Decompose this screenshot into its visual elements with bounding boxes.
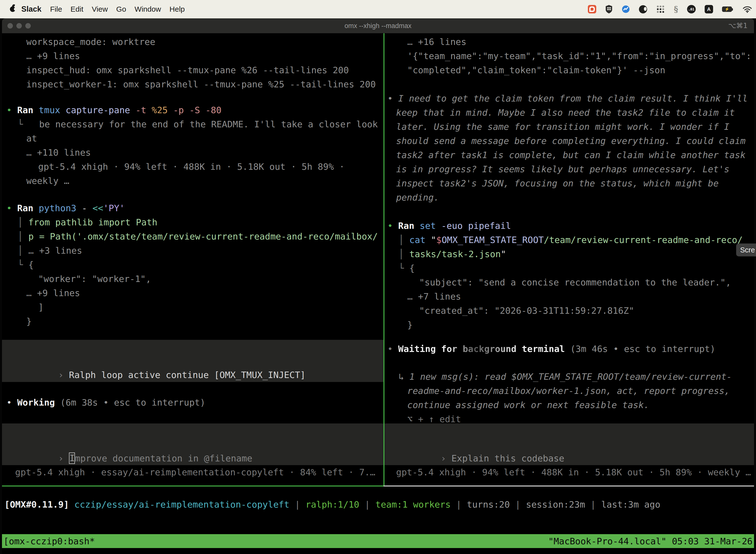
terminal-line: └ be necessary for the end of the README… — [4, 117, 383, 131]
section-squiggle-icon[interactable]: § — [674, 4, 678, 14]
terminal-line: pending. — [385, 190, 754, 205]
menu-item-window[interactable]: Window — [130, 5, 166, 13]
terminal-line: inspect_worker-1: omx sparkshell --tmux-… — [4, 77, 383, 91]
ralph-loop-banner: › Ralph loop active continue [OMX_TMUX_I… — [2, 340, 383, 382]
window-titlebar[interactable]: omx --xhigh --madmax ⌥⌘1 — [2, 18, 754, 33]
ralph-loop-text: Ralph loop active continue [OMX_TMUX_INJ… — [69, 370, 306, 380]
right-mailbox-message: ↳ 1 new msg(s): read $OMX_TEAM_STATE_ROO… — [385, 370, 754, 426]
terminal-line: continue assigned work or next feasible … — [385, 398, 754, 412]
terminal-line: '{"team_name":"my-team","task_id":"1","f… — [385, 49, 754, 63]
apple-menu-icon[interactable] — [10, 6, 15, 12]
terminal-line: } — [4, 314, 383, 328]
terminal-line: │ p = Path('.omx/state/team/review-curre… — [4, 229, 383, 243]
menu-item-help[interactable]: Help — [165, 5, 189, 13]
terminal-line: workspace_mode: worktree — [4, 35, 383, 49]
terminal-line: … +9 lines — [4, 49, 383, 63]
screen-tooltip: Scre — [736, 243, 756, 257]
terminal-line: "created_at": "2026-03-31T11:59:27.816Z" — [385, 303, 754, 318]
terminal-line: └ { — [4, 258, 383, 272]
terminal-line: "subject": "send a concise recommendatio… — [385, 275, 754, 289]
terminal-line: • Ran python3 - <<'PY' — [4, 201, 383, 215]
chevron-icon: › — [58, 370, 69, 380]
left-output-intro: workspace_mode: worktree… +9 linesinspec… — [4, 35, 383, 91]
tmux-session-label: [omx-cczip0:bash* — [3, 536, 95, 546]
terminal-line: │ cat "$OMX_TEAM_STATE_ROOT/team/review-… — [385, 233, 754, 247]
terminal-line: is in progress? It seems likely but perh… — [385, 162, 754, 176]
menu-status-icons: § ..61 A ⚡ — [588, 0, 752, 18]
terminal-line: later. Using the same for transition mig… — [385, 120, 754, 134]
menu-bar: Slack File Edit View Go Window Help § ..… — [0, 0, 756, 18]
right-output-intro: … +16 lines'{"team_name":"my-team","task… — [385, 35, 754, 77]
terminal-line: ] — [4, 300, 383, 314]
right-thinking-block: • I need to get the claim token from the… — [385, 91, 754, 205]
terminal-line: gpt-5.4 xhigh · 94% left · 488K in · 5.1… — [4, 160, 383, 174]
count-badge-icon[interactable]: ..61 — [687, 5, 696, 13]
prompt-placeholder: Explain this codebase — [451, 453, 564, 463]
terminal-line: inspect_hud: omx sparkshell --tmux-pane … — [4, 63, 383, 77]
left-model-status: gpt-5.4 xhigh · essay/ai-reimplementatio… — [4, 465, 383, 479]
terminal-line: weekly … — [4, 174, 383, 188]
text-cursor[interactable]: I — [69, 452, 75, 464]
contrast-circle-icon[interactable] — [639, 5, 647, 13]
menu-item-edit[interactable]: Edit — [66, 5, 87, 13]
prompt-placeholder: mprove documentation in @filename — [75, 453, 252, 463]
terminal-line: • I need to get the claim token from the… — [385, 91, 754, 106]
terminal-line: "worker": "worker-1", — [4, 272, 383, 286]
terminal-line: … +9 lines — [4, 286, 383, 300]
right-model-status: gpt-5.4 xhigh · 94% left · 488K in · 5.1… — [385, 465, 754, 479]
terminal-line: readme-and-reco/mailbox/worker-1.json, a… — [385, 384, 754, 398]
right-waiting-status: • Waiting for background terminal (3m 46… — [385, 342, 754, 356]
window-shortcut-hint: ⌥⌘1 — [728, 18, 748, 33]
terminal-line: "completed","claim_token":"claim-token"}… — [385, 63, 754, 77]
prompt-chevron-icon: › — [58, 453, 69, 463]
terminal-line: keep that in mind. Maybe I also need the… — [385, 106, 754, 120]
window-title: omx --xhigh --madmax — [2, 18, 754, 33]
left-ran-tmux-block: • Ran tmux capture-pane -t %25 -p -S -80… — [4, 103, 383, 188]
terminal-line: } — [385, 318, 754, 332]
terminal-line: … +7 lines — [385, 289, 754, 303]
terminal-line: inspect task2's JSON, focusing on the st… — [385, 176, 754, 190]
terminal-line: • Waiting for background terminal (3m 46… — [385, 342, 754, 356]
terminal-line: │ … +3 lines — [4, 243, 383, 258]
tmux-pane-right[interactable]: … +16 lines'{"team_name":"my-team","task… — [384, 33, 754, 486]
keyboard-input-icon[interactable]: A — [705, 5, 713, 13]
pane-divider[interactable] — [383, 33, 384, 486]
terminal-line: should send a message before completing … — [385, 134, 754, 148]
terminal-line: task2 after task1 is complete, but can I… — [385, 148, 754, 162]
terminal-window: omx --xhigh --madmax ⌥⌘1 workspace_mode:… — [2, 18, 754, 554]
left-prompt-input[interactable]: › Improve documentation in @filename — [2, 424, 383, 465]
terminal-line: [OMX#0.11.9] cczip/essay/ai-reimplementa… — [2, 497, 754, 511]
flutter-badge-icon[interactable] — [622, 5, 630, 13]
right-prompt-input[interactable]: › Explain this codebase — [384, 424, 754, 465]
terminal-line: • Ran tmux capture-pane -t %25 -p -S -80 — [4, 103, 383, 117]
battery-charging-icon[interactable]: ⚡ — [722, 6, 734, 12]
wifi-icon[interactable] — [743, 5, 752, 13]
privacy-shield-icon[interactable] — [605, 5, 613, 14]
terminal-line: • Ran set -euo pipefail — [385, 219, 754, 233]
menu-app-name[interactable]: Slack — [17, 5, 46, 14]
right-pane-border — [383, 486, 754, 487]
tmux-status-bar: [omx-cczip0:bash* "MacBook-Pro-44.local"… — [2, 534, 754, 548]
tmux-host-clock: "MacBook-Pro-44.local" 05:03 31-Mar-26 — [548, 536, 753, 546]
menu-item-go[interactable]: Go — [112, 5, 130, 13]
app-badge-quip-icon[interactable] — [588, 5, 596, 13]
terminal-line: └ { — [385, 261, 754, 275]
battery-nub — [732, 8, 733, 11]
battery-bolt-icon: ⚡ — [722, 6, 732, 12]
omx-hud-statusline: [OMX#0.11.9] cczip/essay/ai-reimplementa… — [2, 497, 754, 511]
menu-item-file[interactable]: File — [46, 5, 66, 13]
left-pane-border — [2, 486, 383, 487]
terminal-line: at — [4, 131, 383, 146]
terminal-line: … +16 lines — [385, 35, 754, 49]
left-ran-python-block: • Ran python3 - <<'PY'│ from pathlib imp… — [4, 201, 383, 328]
tmux-pane-left[interactable]: workspace_mode: worktree… +9 linesinspec… — [2, 33, 383, 486]
right-ran-cat-block: • Ran set -euo pipefail│ cat "$OMX_TEAM_… — [385, 219, 754, 332]
screen: Slack File Edit View Go Window Help § ..… — [0, 0, 756, 554]
left-working-status: • Working (6m 38s • esc to interrupt) — [4, 395, 383, 409]
terminal-line: … +110 lines — [4, 146, 383, 160]
terminal-line: │ tasks/task-2.json" — [385, 247, 754, 261]
dots-grid-icon[interactable] — [656, 5, 665, 14]
prompt-chevron-icon: › — [441, 453, 451, 463]
menu-item-view[interactable]: View — [87, 5, 112, 13]
terminal-line: • Working (6m 38s • esc to interrupt) — [4, 395, 383, 409]
